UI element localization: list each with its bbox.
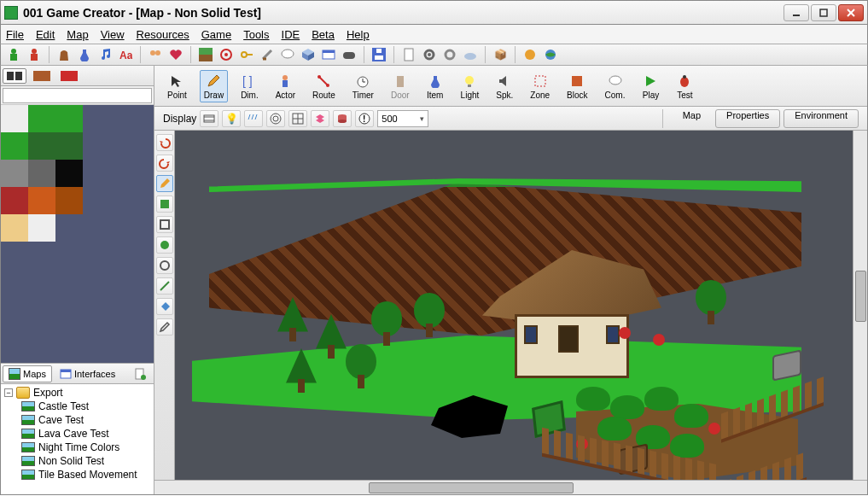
map-canvas[interactable]: [175, 131, 853, 480]
tile[interactable]: [83, 105, 110, 132]
draw-redo-icon[interactable]: [156, 155, 173, 172]
tile[interactable]: [110, 214, 137, 242]
tool-block[interactable]: Block: [562, 70, 591, 102]
actor-green-icon[interactable]: [6, 47, 21, 62]
tile[interactable]: [110, 324, 137, 351]
map-tree[interactable]: − Export Castle Test Cave Test Lava Cave…: [1, 383, 154, 494]
tile[interactable]: [55, 214, 83, 242]
tab-maps[interactable]: Maps: [3, 365, 52, 382]
tile[interactable]: [55, 187, 83, 214]
tile[interactable]: [28, 242, 55, 269]
tile[interactable]: [1, 160, 28, 187]
tree-item[interactable]: Lava Cave Test: [3, 427, 152, 441]
actor-red-icon[interactable]: [26, 47, 42, 62]
tool-draw[interactable]: Draw: [200, 70, 228, 102]
ball-icon[interactable]: [522, 47, 538, 62]
box-icon[interactable]: 📦: [492, 47, 508, 62]
mode-properties-button[interactable]: Properties: [715, 109, 780, 128]
tile[interactable]: [83, 324, 110, 351]
mode-environment-button[interactable]: Environment: [784, 109, 859, 128]
draw-fillrect-icon[interactable]: [156, 195, 173, 213]
tile[interactable]: [55, 132, 83, 160]
tool-speaker[interactable]: Spk.: [492, 70, 517, 102]
document-icon[interactable]: [401, 47, 417, 62]
tool-actor[interactable]: Actor: [271, 70, 300, 102]
save-icon[interactable]: [371, 47, 387, 62]
tile[interactable]: [110, 296, 137, 324]
draw-pencil-icon[interactable]: [156, 175, 173, 192]
gear2-icon[interactable]: [442, 47, 457, 62]
tool-zone[interactable]: Zone: [526, 70, 554, 102]
tile[interactable]: [110, 187, 137, 214]
tab-new-icon[interactable]: [128, 365, 152, 382]
tile[interactable]: [28, 187, 55, 214]
close-button[interactable]: [838, 4, 864, 21]
tool-comment[interactable]: Com.: [601, 70, 630, 102]
tile[interactable]: [83, 132, 110, 160]
display-warning-icon[interactable]: !: [355, 110, 374, 127]
display-bulb-icon[interactable]: 💡: [222, 110, 241, 127]
draw-fillcircle-icon[interactable]: [156, 236, 173, 254]
maximize-button[interactable]: [811, 4, 836, 21]
minimize-button[interactable]: [784, 4, 809, 21]
tool-door[interactable]: Door: [387, 70, 414, 102]
tile[interactable]: [83, 296, 110, 324]
key-icon[interactable]: [239, 47, 254, 62]
tile[interactable]: [28, 214, 55, 242]
menu-help[interactable]: Help: [347, 28, 370, 41]
collapse-icon[interactable]: −: [4, 388, 13, 397]
tile[interactable]: [83, 160, 110, 187]
actors-icon[interactable]: [148, 47, 163, 62]
tree-item[interactable]: Castle Test: [3, 400, 152, 413]
gamepad-icon[interactable]: [341, 47, 357, 62]
gear-icon[interactable]: [422, 47, 437, 62]
tree-item[interactable]: Tile Based Movement: [3, 468, 152, 481]
ui-box-icon[interactable]: [321, 47, 336, 62]
sword-icon[interactable]: [259, 47, 275, 62]
menu-ide[interactable]: IDE: [282, 28, 300, 41]
map-viewport[interactable]: [175, 131, 853, 480]
tile[interactable]: [110, 132, 137, 160]
bag-icon[interactable]: [56, 47, 72, 62]
palette-tab-double[interactable]: [3, 68, 26, 84]
tile[interactable]: [28, 160, 55, 187]
tab-interfaces[interactable]: Interfaces: [54, 365, 121, 382]
cloud-icon[interactable]: [463, 47, 478, 62]
tile[interactable]: [110, 105, 137, 132]
tile[interactable]: [55, 296, 83, 324]
draw-fill-icon[interactable]: [156, 298, 173, 315]
tool-point[interactable]: Point: [163, 70, 191, 102]
tool-play[interactable]: Play: [638, 70, 663, 102]
tool-dim[interactable]: [ ]Dim.: [236, 70, 263, 102]
tile[interactable]: [55, 105, 83, 132]
tree-root[interactable]: − Export: [3, 386, 152, 400]
horizontal-scrollbar[interactable]: [154, 480, 867, 494]
display-layers-icon[interactable]: [311, 110, 329, 127]
tile[interactable]: [1, 214, 28, 242]
tile[interactable]: [1, 269, 28, 296]
menu-game[interactable]: Game: [201, 28, 231, 41]
tool-route[interactable]: Route: [308, 70, 340, 102]
bubble-icon[interactable]: [280, 47, 295, 62]
tileset-panel[interactable]: [1, 105, 154, 363]
tile[interactable]: [83, 214, 110, 242]
display-sound-icon[interactable]: [266, 110, 285, 127]
tile[interactable]: [110, 242, 137, 269]
menu-edit[interactable]: Edit: [36, 28, 55, 41]
tile[interactable]: [55, 324, 83, 351]
draw-circle-icon[interactable]: [156, 257, 173, 274]
palette-filter-input[interactable]: [3, 88, 152, 103]
tile[interactable]: [55, 269, 83, 296]
menu-file[interactable]: File: [6, 28, 24, 41]
menu-view[interactable]: View: [101, 28, 125, 41]
cube-icon[interactable]: [300, 47, 316, 62]
tool-test[interactable]: Test: [672, 70, 697, 102]
tile[interactable]: [1, 105, 28, 132]
tile[interactable]: [28, 269, 55, 296]
tree-item[interactable]: Cave Test: [3, 413, 152, 427]
display-value-combo[interactable]: 500: [377, 110, 428, 127]
tool-timer[interactable]: Timer: [348, 70, 378, 102]
tile[interactable]: [28, 105, 55, 132]
heart-icon[interactable]: [168, 47, 184, 62]
tile[interactable]: [55, 160, 83, 187]
